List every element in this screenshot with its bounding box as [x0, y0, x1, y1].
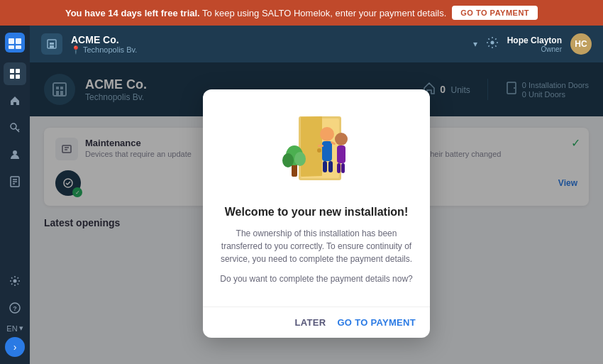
chevron-down-icon: ▾ — [19, 324, 23, 333]
location-icon: 📍 — [71, 45, 81, 55]
modal-body: Welcome to your new installation! The ow… — [203, 89, 430, 307]
svg-rect-54 — [328, 161, 333, 172]
modal-illustration — [260, 109, 373, 194]
svg-rect-22 — [52, 43, 54, 45]
svg-point-49 — [320, 127, 334, 141]
company-location: Technopolis Bv. — [83, 45, 137, 54]
settings-icon[interactable] — [486, 36, 499, 52]
page-content: ACME Co. Technopolis Bv. 0 Units — [30, 62, 603, 364]
svg-rect-6 — [16, 69, 20, 73]
modal-text2: Do you want to complete the payment deta… — [220, 272, 413, 285]
banner-bold: You have 14 days left free trial. — [65, 8, 200, 18]
welcome-modal: Welcome to your new installation! The ow… — [203, 89, 430, 338]
avatar: HC — [570, 33, 592, 55]
main-content: ACME Co. 📍 Technopolis Bv. ▾ Hope Clayto… — [30, 26, 603, 364]
svg-rect-1 — [9, 38, 14, 44]
svg-point-17 — [13, 280, 17, 283]
svg-point-47 — [282, 153, 294, 167]
svg-rect-0 — [5, 33, 25, 53]
sidebar-item-settings[interactable] — [4, 270, 26, 292]
company-chevron-icon[interactable]: ▾ — [473, 39, 477, 49]
sidebar-item-log[interactable] — [4, 170, 26, 193]
company-info: ACME Co. 📍 Technopolis Bv. — [71, 34, 465, 55]
app-logo — [5, 33, 25, 53]
svg-rect-56 — [337, 145, 345, 163]
user-role: Owner — [507, 45, 562, 53]
language-label: EN — [6, 324, 17, 333]
sidebar-item-home[interactable] — [4, 89, 26, 112]
svg-line-11 — [18, 129, 19, 131]
svg-point-25 — [490, 41, 494, 45]
svg-text:?: ? — [13, 305, 17, 312]
svg-rect-53 — [323, 161, 327, 172]
modal-footer: LATER GO TO PAYMENT — [203, 307, 430, 338]
company-sub: 📍 Technopolis Bv. — [71, 45, 465, 55]
svg-rect-2 — [16, 38, 21, 44]
trial-banner: You have 14 days left free trial. To kee… — [0, 0, 603, 26]
svg-rect-7 — [10, 75, 14, 79]
building-icon — [41, 33, 62, 55]
sidebar-bottom: ? EN ▾ › — [4, 270, 26, 357]
svg-point-9 — [11, 123, 16, 129]
sidebar: ? EN ▾ › — [0, 26, 30, 364]
sidebar-item-users[interactable] — [4, 143, 26, 166]
svg-rect-51 — [318, 145, 323, 147]
svg-point-48 — [294, 152, 306, 166]
sidebar-item-keys[interactable] — [4, 116, 26, 139]
header-right: Hope Clayton Owner HC — [486, 33, 592, 55]
sidebar-item-grid[interactable] — [4, 62, 26, 85]
banner-text: You have 14 days left free trial. To kee… — [65, 8, 446, 18]
banner-normal: To keep using SALTO Homelok, enter your … — [202, 8, 446, 18]
svg-rect-3 — [9, 45, 14, 49]
svg-rect-5 — [10, 69, 14, 73]
svg-point-12 — [13, 150, 17, 155]
modal-later-button[interactable]: LATER — [295, 317, 326, 328]
language-selector[interactable]: EN ▾ — [6, 324, 23, 333]
svg-rect-58 — [341, 163, 345, 173]
app-layout: ? EN ▾ › ACME Co. — [0, 26, 603, 364]
svg-rect-24 — [52, 45, 54, 48]
company-name: ACME Co. — [71, 34, 465, 45]
modal-text1: The ownership of this installation has b… — [220, 227, 413, 265]
expand-button[interactable]: › — [5, 337, 25, 357]
sidebar-item-help[interactable]: ? — [4, 297, 26, 319]
modal-title: Welcome to your new installation! — [220, 206, 413, 219]
svg-point-55 — [335, 133, 348, 145]
modal-go-payment-button[interactable]: GO TO PAYMENT — [337, 317, 416, 328]
banner-go-payment-button[interactable]: GO TO PAYMENT — [452, 6, 538, 20]
svg-rect-50 — [322, 141, 332, 161]
user-name: Hope Clayton — [507, 35, 562, 45]
svg-rect-23 — [50, 45, 52, 48]
svg-rect-21 — [50, 43, 52, 45]
svg-rect-4 — [16, 45, 21, 49]
svg-rect-8 — [16, 75, 20, 79]
app-header: ACME Co. 📍 Technopolis Bv. ▾ Hope Clayto… — [30, 26, 603, 62]
modal-overlay: Welcome to your new installation! The ow… — [30, 62, 603, 364]
svg-point-44 — [317, 148, 321, 153]
svg-rect-57 — [337, 163, 341, 173]
user-info: Hope Clayton Owner — [507, 35, 562, 53]
